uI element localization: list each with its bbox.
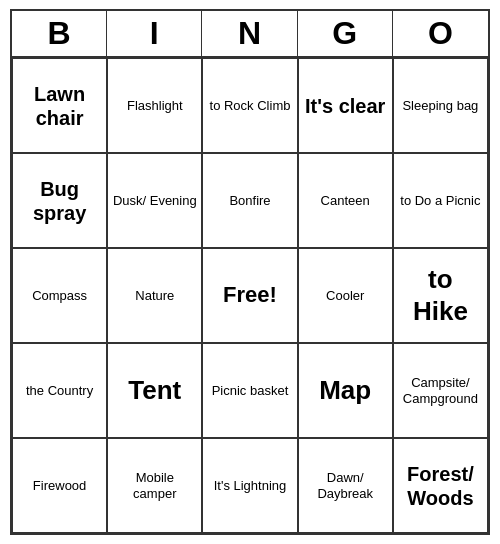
bingo-cell: Lawn chair xyxy=(12,58,107,153)
bingo-cell: Dawn/ Daybreak xyxy=(298,438,393,533)
bingo-card: BINGO Lawn chairFlashlightto Rock ClimbI… xyxy=(10,9,490,535)
bingo-cell: Campsite/ Campground xyxy=(393,343,488,438)
bingo-cell: Forest/ Woods xyxy=(393,438,488,533)
bingo-cell: Bonfire xyxy=(202,153,297,248)
bingo-cell: Free! xyxy=(202,248,297,343)
header-letter: I xyxy=(107,11,202,56)
header-letter: O xyxy=(393,11,488,56)
bingo-cell: Picnic basket xyxy=(202,343,297,438)
bingo-cell: It's Lightning xyxy=(202,438,297,533)
bingo-cell: Canteen xyxy=(298,153,393,248)
bingo-cell: Firewood xyxy=(12,438,107,533)
bingo-grid: Lawn chairFlashlightto Rock ClimbIt's cl… xyxy=(12,58,488,533)
bingo-cell: Cooler xyxy=(298,248,393,343)
bingo-cell: Compass xyxy=(12,248,107,343)
bingo-cell: the Country xyxy=(12,343,107,438)
bingo-header: BINGO xyxy=(12,11,488,58)
bingo-cell: It's clear xyxy=(298,58,393,153)
bingo-cell: Mobile camper xyxy=(107,438,202,533)
bingo-cell: to Hike xyxy=(393,248,488,343)
bingo-cell: to Do a Picnic xyxy=(393,153,488,248)
bingo-cell: Nature xyxy=(107,248,202,343)
header-letter: N xyxy=(202,11,297,56)
header-letter: G xyxy=(298,11,393,56)
bingo-cell: Flashlight xyxy=(107,58,202,153)
bingo-cell: to Rock Climb xyxy=(202,58,297,153)
bingo-cell: Bug spray xyxy=(12,153,107,248)
header-letter: B xyxy=(12,11,107,56)
bingo-cell: Tent xyxy=(107,343,202,438)
bingo-cell: Dusk/ Evening xyxy=(107,153,202,248)
bingo-cell: Sleeping bag xyxy=(393,58,488,153)
bingo-cell: Map xyxy=(298,343,393,438)
